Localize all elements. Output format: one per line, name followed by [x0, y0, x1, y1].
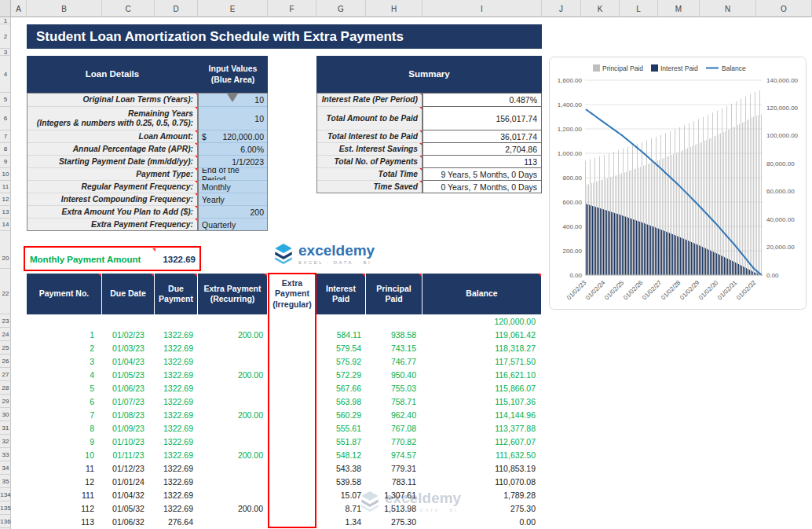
amort-cell-payment-no[interactable]: 2 — [27, 341, 102, 355]
loan-details-header[interactable]: Loan Details — [27, 56, 198, 93]
loan-detail-input[interactable]: 10 — [198, 107, 268, 130]
amort-cell-due-date[interactable]: 01/07/23 — [102, 395, 155, 408]
loan-detail-label[interactable]: Remaining Years (Integers & numbers with… — [27, 107, 198, 130]
amort-header-extra-payment-irregular[interactable]: Extra Payment (Irregular) — [268, 274, 316, 314]
amort-cell-interest-paid[interactable]: 575.92 — [316, 355, 366, 368]
select-all-corner[interactable] — [0, 0, 11, 17]
amort-cell-balance[interactable]: 110,853.19 — [422, 461, 542, 475]
amort-cell-extra-payment-recurring[interactable]: 200.00 — [198, 368, 268, 381]
amort-header-balance[interactable]: Balance — [422, 274, 542, 314]
amortization-chart[interactable]: 0.00200.00400.00600.00800.001,000.001,20… — [549, 57, 807, 310]
loan-detail-input[interactable]: Quarterly — [198, 219, 268, 231]
amort-cell-due-payment[interactable]: 1322.69 — [155, 501, 198, 515]
row-header-5[interactable]: 5 — [0, 93, 11, 107]
amort-cell-principal-paid[interactable]: 950.40 — [366, 368, 422, 381]
amort-cell-due-date[interactable]: 01/05/32 — [102, 501, 155, 515]
column-header-i[interactable]: I — [422, 0, 542, 17]
column-header-a[interactable]: A — [11, 0, 27, 17]
amort-cell-principal-paid[interactable]: 962.40 — [366, 408, 422, 421]
amort-cell-principal-paid[interactable]: 1,513.98 — [366, 501, 422, 515]
amort-cell-principal-paid[interactable]: 743.15 — [366, 341, 422, 355]
amort-cell-due-date[interactable]: 01/04/23 — [102, 355, 155, 368]
row-header-136[interactable]: 136 — [0, 515, 11, 528]
summary-value[interactable]: 0.487% — [422, 93, 542, 107]
loan-detail-label[interactable]: Starting Payment Date (mm/dd/yy): — [27, 156, 198, 168]
amort-cell-interest-paid[interactable]: 539.58 — [316, 475, 366, 488]
amort-header-due-payment[interactable]: Due Payment — [155, 274, 198, 314]
column-header-g[interactable]: G — [316, 0, 366, 17]
amort-cell-due-payment[interactable]: 1322.69 — [155, 488, 198, 501]
summary-label[interactable]: Total Amount to be Paid — [316, 107, 422, 130]
loan-detail-input[interactable]: Monthly — [198, 181, 268, 193]
amort-cell-due-date[interactable]: 01/01/24 — [102, 475, 155, 488]
amort-cell-extra-payment-recurring[interactable]: 200.00 — [198, 408, 268, 421]
amort-cell-payment-no[interactable]: 10 — [27, 448, 102, 461]
loan-detail-label[interactable]: Extra Payment Frequency: — [27, 219, 198, 231]
amort-cell-payment-no[interactable]: 4 — [27, 368, 102, 381]
summary-value[interactable]: 2,704.86 — [422, 143, 542, 156]
loan-detail-input[interactable]: 200 — [198, 206, 268, 219]
loan-detail-label[interactable]: Extra Amount You Plan to Add ($): — [27, 206, 198, 219]
amort-cell-interest-paid[interactable]: 579.54 — [316, 341, 366, 355]
column-header-d[interactable]: D — [155, 0, 198, 17]
amort-cell-due-payment[interactable]: 1322.69 — [155, 461, 198, 475]
amort-cell-due-payment[interactable]: 1322.69 — [155, 421, 198, 435]
row-header-27[interactable]: 27 — [0, 368, 11, 381]
row-header-32[interactable]: 32 — [0, 435, 11, 448]
amort-cell-payment-no[interactable]: 7 — [27, 408, 102, 421]
sheet-title[interactable]: Student Loan Amortization Schedule with … — [27, 24, 542, 49]
amort-cell-due-date[interactable]: 01/10/23 — [102, 435, 155, 448]
row-header-1[interactable]: 1 — [0, 17, 11, 24]
amort-cell-due-payment[interactable]: 276.64 — [155, 515, 198, 528]
amort-cell-principal-paid[interactable]: 974.57 — [366, 448, 422, 461]
loan-detail-label[interactable]: Regular Payment Frequency: — [27, 181, 198, 193]
loan-detail-input[interactable]: 6.00% — [198, 143, 268, 156]
amort-cell-interest-paid[interactable]: 543.38 — [316, 461, 366, 475]
amort-cell-interest-paid[interactable]: 548.12 — [316, 448, 366, 461]
row-header-26[interactable]: 26 — [0, 355, 11, 368]
row-header-7[interactable]: 7 — [0, 130, 11, 143]
row-header-3[interactable]: 3 — [0, 49, 11, 56]
row-header-30[interactable]: 30 — [0, 408, 11, 421]
amort-cell-due-payment[interactable]: 1322.69 — [155, 328, 198, 341]
amort-cell-payment-no[interactable]: 6 — [27, 395, 102, 408]
amort-cell-balance[interactable]: 116,621.10 — [422, 368, 542, 381]
column-header-k[interactable]: K — [581, 0, 620, 17]
amort-cell-balance[interactable]: 118,318.27 — [422, 341, 542, 355]
row-header-135[interactable]: 135 — [0, 501, 11, 515]
amort-cell-balance[interactable]: 110,070.08 — [422, 475, 542, 488]
column-header-j[interactable]: J — [542, 0, 581, 17]
row-header-34[interactable]: 34 — [0, 461, 11, 475]
amort-cell-principal-paid[interactable]: 755.03 — [366, 381, 422, 395]
amort-cell-payment-no[interactable]: 5 — [27, 381, 102, 395]
loan-detail-input[interactable]: $120,000.00 — [198, 130, 268, 143]
row-header-14[interactable]: 14 — [0, 219, 11, 231]
amort-cell-due-payment[interactable]: 1322.69 — [155, 341, 198, 355]
amort-cell-payment-no[interactable]: 112 — [27, 501, 102, 515]
amort-cell-due-payment[interactable]: 1322.69 — [155, 408, 198, 421]
amort-cell-principal-paid[interactable]: 938.58 — [366, 328, 422, 341]
summary-value[interactable]: 156,017.74 — [422, 107, 542, 130]
amort-cell-interest-paid[interactable]: 572.29 — [316, 368, 366, 381]
row-header-24[interactable]: 24 — [0, 328, 11, 341]
amort-cell-payment-no[interactable]: 111 — [27, 488, 102, 501]
amort-cell-principal-paid[interactable]: 770.82 — [366, 435, 422, 448]
amort-cell-due-date[interactable]: 01/08/23 — [102, 408, 155, 421]
amort-cell-due-date[interactable]: 01/06/23 — [102, 381, 155, 395]
summary-label[interactable]: Total Time — [316, 168, 422, 181]
amort-cell-principal-paid[interactable]: 783.11 — [366, 475, 422, 488]
amort-cell-balance[interactable]: 111,632.50 — [422, 448, 542, 461]
row-header-31[interactable]: 31 — [0, 421, 11, 435]
amort-cell-interest-paid[interactable]: 584.11 — [316, 328, 366, 341]
amort-cell-due-date[interactable]: 01/11/23 — [102, 448, 155, 461]
loan-detail-input[interactable]: Yearly — [198, 193, 268, 206]
amort-header-due-date[interactable]: Due Date — [102, 274, 155, 314]
column-header-b[interactable]: B — [27, 0, 102, 17]
row-header-13[interactable]: 13 — [0, 206, 11, 219]
amort-cell-payment-no[interactable]: 11 — [27, 461, 102, 475]
summary-label[interactable]: Time Saved — [316, 181, 422, 193]
amort-cell-payment-no[interactable]: 113 — [27, 515, 102, 528]
amort-cell-balance[interactable]: 275.30 — [422, 501, 542, 515]
amort-cell-due-payment[interactable]: 1322.69 — [155, 381, 198, 395]
amort-cell-due-payment[interactable]: 1322.69 — [155, 435, 198, 448]
